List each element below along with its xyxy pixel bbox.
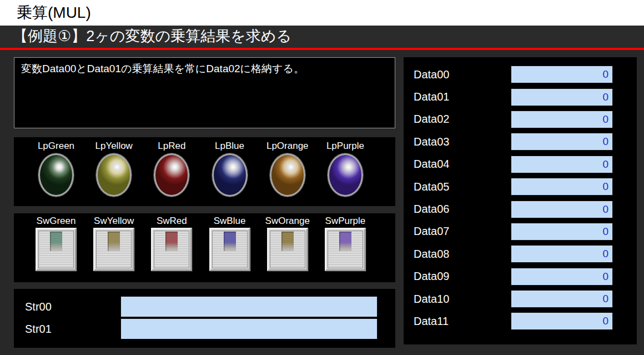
data-register-panel: Data00 0 Data01 0 Data02 0 Data03 0 Data… [404,57,637,344]
data10-label: Data10 [414,293,511,306]
lamp-blue-indicator [212,153,248,197]
lamp-group-yellow: LpYellow [85,141,143,206]
title-bar: 乗算(MUL) [0,0,644,26]
description-panel: 変数Data00とData01の乗算結果を常にData02に格納する。 [14,57,395,128]
data04-label: Data04 [414,158,511,171]
string-panel: Str00 Str01 [14,289,395,348]
data03-label: Data03 [414,136,511,148]
data00-label: Data00 [414,68,511,81]
data11-label: Data11 [414,315,511,328]
data06-value-field[interactable]: 0 [511,201,613,218]
lamp-label-yellow: LpYellow [95,141,132,153]
switch-group-blue: SwBlue [201,216,259,282]
data02-label: Data02 [414,113,511,126]
switch-label-purple: SwPurple [325,216,366,228]
lamp-group-red: LpRed [143,141,200,206]
data09-label: Data09 [414,270,511,283]
lamp-group-green: LpGreen [27,141,85,206]
lamp-label-red: LpRed [158,141,185,153]
data07-value-field[interactable]: 0 [511,223,613,241]
data-row-data04: Data04 0 [404,153,637,176]
str00-input[interactable] [120,296,378,317]
switch-label-blue: SwBlue [214,216,246,228]
switch-group-green: SwGreen [27,216,85,282]
switch-yellow-button[interactable] [93,228,134,271]
data05-value-field[interactable]: 0 [511,178,613,196]
switch-red-slot-icon [165,232,178,251]
switch-label-yellow: SwYellow [94,216,134,228]
switch-label-orange: SwOrange [265,216,310,228]
lamp-orange-indicator [270,153,305,197]
data02-value-field[interactable]: 0 [511,111,613,128]
data-row-data09: Data09 0 [404,266,637,288]
switch-label-green: SwGreen [37,216,76,228]
data-row-data05: Data05 0 [404,176,637,198]
string-row: Str01 [14,318,395,339]
switch-purple-button[interactable] [325,228,366,271]
data03-value-field[interactable]: 0 [511,133,613,151]
switch-group-yellow: SwYellow [85,216,143,282]
switch-purple-slot-icon [339,232,351,251]
lamp-group-blue: LpBlue [201,141,259,206]
switch-group-red: SwRed [143,216,200,282]
lamp-label-purple: LpPurple [326,141,364,153]
data04-value-field[interactable]: 0 [511,156,613,173]
data10-value-field[interactable]: 0 [511,290,613,308]
switch-orange-slot-icon [281,232,294,251]
data-row-data07: Data07 0 [404,221,637,243]
lamp-label-blue: LpBlue [215,141,244,153]
lamp-purple-indicator [328,153,363,197]
description-text: 変数Data00とData01の乗算結果を常にData02に格納する。 [21,62,388,76]
page-title: 乗算(MUL) [17,0,91,26]
data-row-data06: Data06 0 [404,198,637,220]
lamp-panel: LpGreen LpYellow LpRed LpBlue LpOrange L… [14,137,395,206]
data-row-data03: Data03 0 [404,131,637,153]
lamp-group-purple: LpPurple [316,141,374,206]
lamp-red-indicator [154,153,189,197]
data07-label: Data07 [414,225,511,238]
str01-label: Str01 [25,318,52,339]
switch-yellow-slot-icon [108,232,120,251]
string-row: Str00 [14,296,395,317]
data-row-data11: Data11 0 [404,310,637,332]
data08-value-field[interactable]: 0 [511,245,613,263]
switch-green-button[interactable] [36,228,77,271]
data01-value-field[interactable]: 0 [511,88,613,106]
lamp-label-green: LpGreen [38,141,74,153]
lamp-group-orange: LpOrange [259,141,316,206]
lamp-label-orange: LpOrange [266,141,309,153]
data05-label: Data05 [414,181,511,193]
switch-orange-button[interactable] [267,228,308,271]
data-row-data10: Data10 0 [404,288,637,310]
data06-label: Data06 [414,203,511,216]
data-row-data02: Data02 0 [404,108,637,131]
lamp-green-indicator [38,153,74,197]
data09-value-field[interactable]: 0 [511,268,613,286]
switch-panel: SwGreen SwYellow SwRed SwBlue SwOrange S… [14,213,395,282]
data-row-data00: Data00 0 [404,63,637,86]
switch-group-orange: SwOrange [259,216,316,282]
str00-label: Str00 [25,296,52,317]
data08-label: Data08 [414,248,511,261]
switch-label-red: SwRed [157,216,187,228]
data-row-data08: Data08 0 [404,243,637,265]
section-header-title: 【例題①】2ヶの変数の乗算結果を求める [0,26,644,47]
switch-red-button[interactable] [151,228,192,271]
data11-value-field[interactable]: 0 [511,312,613,330]
data00-value-field[interactable]: 0 [511,66,613,83]
str01-input[interactable] [120,318,378,339]
data01-label: Data01 [414,91,511,103]
switch-blue-slot-icon [224,232,236,251]
switch-group-purple: SwPurple [316,216,374,282]
data-row-data01: Data01 0 [404,86,637,108]
switch-green-slot-icon [50,232,62,251]
lamp-yellow-indicator [96,153,132,197]
section-header-bar: 【例題①】2ヶの変数の乗算結果を求める [0,26,644,50]
switch-blue-button[interactable] [209,228,250,271]
